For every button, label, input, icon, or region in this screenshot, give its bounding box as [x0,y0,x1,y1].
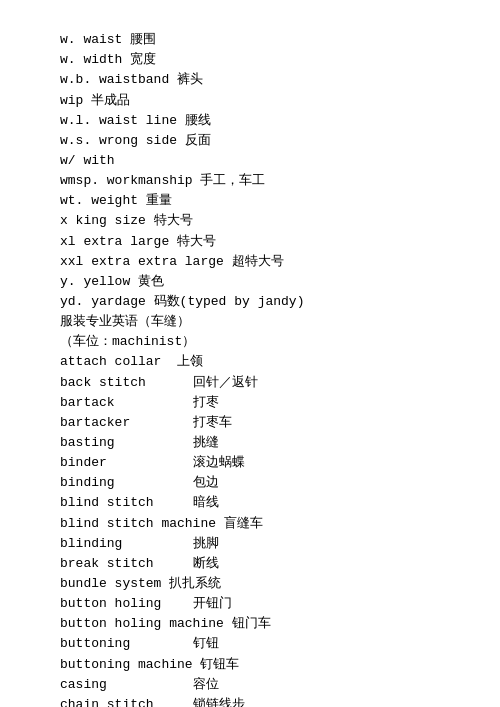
list-item: w/ with [60,151,480,171]
list-item: buttoning machine 钉钮车 [60,655,480,675]
list-item: blind stitch 暗线 [60,493,480,513]
list-item: wmsp. workmanship 手工，车工 [60,171,480,191]
list-item: 服装专业英语（车缝） [60,312,480,332]
list-item: yd. yardage 码数(typed by jandy) [60,292,480,312]
list-item: x king size 特大号 [60,211,480,231]
list-item: wt. weight 重量 [60,191,480,211]
list-item: bartacker 打枣车 [60,413,480,433]
list-item: break stitch 断线 [60,554,480,574]
list-item: xl extra large 特大号 [60,232,480,252]
list-item: w. waist 腰围 [60,30,480,50]
list-item: basting 挑缝 [60,433,480,453]
list-item: xxl extra extra large 超特大号 [60,252,480,272]
list-item: binder 滚边蜗蝶 [60,453,480,473]
list-item: blinding 挑脚 [60,534,480,554]
list-item: y. yellow 黄色 [60,272,480,292]
list-item: blind stitch machine 盲缝车 [60,514,480,534]
list-item: buttoning 钉钮 [60,634,480,654]
list-item: w.s. wrong side 反面 [60,131,480,151]
list-item: binding 包边 [60,473,480,493]
list-item: w.l. waist line 腰线 [60,111,480,131]
list-item: w.b. waistband 裤头 [60,70,480,90]
list-item: bartack 打枣 [60,393,480,413]
list-item: button holing machine 钮门车 [60,614,480,634]
list-item: back stitch 回针／返针 [60,373,480,393]
list-item: w. width 宽度 [60,50,480,70]
main-content: w. waist 腰围w. width 宽度w.b. waistband 裤头w… [60,10,480,707]
list-item: attach collar 上领 [60,352,480,372]
list-item: wip 半成品 [60,91,480,111]
list-item: chain stitch 锁链线步 [60,695,480,707]
list-item: button holing 开钮门 [60,594,480,614]
list-item: bundle system 扒扎系统 [60,574,480,594]
list-item: casing 容位 [60,675,480,695]
list-item: （车位：machinist） [60,332,480,352]
